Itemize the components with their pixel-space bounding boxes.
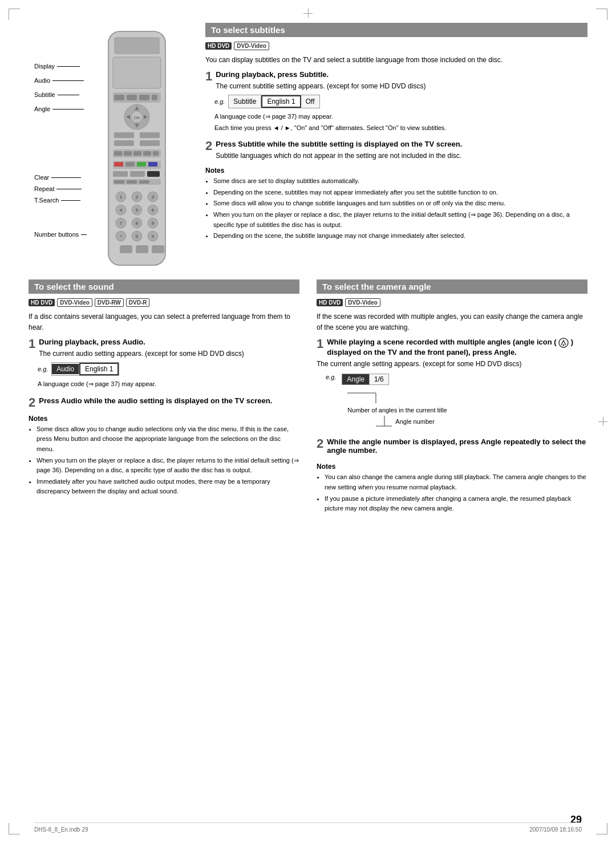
- svg-text:2: 2: [136, 194, 139, 200]
- subtitles-header: To select subtitles: [205, 23, 587, 37]
- display-subtitle-label: Subtitle: [229, 96, 261, 107]
- footer: DHS-8_8_En.indb 29 2007/10/09 18:16:50: [34, 822, 582, 833]
- svg-text:9: 9: [152, 221, 155, 226]
- subtitles-note-1: Some discs are set to display subtitles …: [213, 176, 587, 187]
- badge-dvdvideo-camera: DVD-Video: [345, 298, 380, 307]
- svg-rect-21: [124, 151, 132, 156]
- footer-right: 2007/10/09 18:16:50: [529, 826, 582, 833]
- badge-dvdvideo-subtitles: DVD-Video: [234, 42, 269, 50]
- display-subtitle-lang: English 1: [261, 95, 301, 108]
- audio-label: Audio: [34, 77, 84, 84]
- subtitles-note-4: When you turn on the player or replace a…: [213, 210, 587, 230]
- subtitle-label: Subtitle: [34, 91, 79, 98]
- svg-rect-18: [140, 140, 160, 146]
- camera-note-1: You can also change the camera angle dur…: [325, 472, 587, 492]
- subtitles-note-3: Some discs will allow you to change subt…: [213, 198, 587, 209]
- subtitles-note-2: Depending on the scene, subtitles may no…: [213, 188, 587, 198]
- svg-rect-5: [127, 95, 137, 100]
- annotation-title-count: [347, 387, 447, 406]
- sound-note-2: When you turn on the player or replace a…: [37, 456, 299, 476]
- sound-header: To select the sound: [29, 279, 299, 294]
- svg-text:0: 0: [136, 234, 139, 239]
- sound-note1: A language code (⇒ page 37) may appear.: [38, 379, 299, 389]
- subtitle-display: Subtitle English 1 Off: [228, 95, 319, 108]
- annotation-angle-number: Angle number: [376, 416, 435, 427]
- step2-title: Press Subtitle while the subtitle settin…: [205, 140, 587, 148]
- sound-note-3: Immediately after you have switched audi…: [37, 477, 299, 497]
- subtitles-notes-list: Some discs are set to display subtitles …: [213, 176, 587, 241]
- svg-rect-20: [114, 151, 122, 156]
- angle-icon: [558, 338, 569, 348]
- step1-title: During playback, press Subtitle.: [205, 70, 587, 79]
- svg-rect-6: [139, 95, 149, 100]
- annotation-text-angle: Angle number: [395, 418, 435, 425]
- subtitles-step1: 1 During playback, press Subtitle. The c…: [205, 70, 587, 134]
- step1-body: The current subtitle setting appears. (e…: [205, 81, 587, 91]
- display-label: Display: [34, 63, 80, 70]
- svg-text:8: 8: [136, 221, 139, 226]
- svg-rect-27: [125, 162, 135, 167]
- subtitles-section: To select subtitles HD DVD DVD-Video You…: [205, 23, 587, 268]
- svg-rect-4: [114, 95, 124, 100]
- svg-rect-1: [114, 37, 160, 54]
- camera-step1-number: 1: [317, 338, 323, 350]
- svg-rect-16: [140, 132, 160, 138]
- eg-label-camera: e.g.: [326, 374, 336, 380]
- angle-label: Angle: [34, 106, 84, 112]
- top-section: Display Audio Subtitle Angle: [29, 23, 587, 268]
- svg-rect-30: [113, 171, 128, 177]
- svg-text:#: #: [152, 234, 155, 239]
- svg-rect-36: [139, 180, 149, 184]
- svg-rect-7: [152, 95, 157, 100]
- svg-text:*: *: [120, 234, 121, 239]
- sound-step1-body: The current audio setting appears. (exce…: [29, 348, 299, 359]
- angle-annotations: Number of angles in the current title: [347, 387, 447, 414]
- sound-notes-list: Some discs allow you to change audio sel…: [37, 424, 299, 497]
- angle-display-label: Angle: [342, 374, 370, 384]
- sound-step1: 1 During playback, press Audio. The curr…: [29, 338, 299, 391]
- annotation-line2: [376, 416, 393, 427]
- sound-intro: If a disc contains several languages, yo…: [29, 311, 299, 333]
- sound-step1-number: 1: [29, 338, 35, 350]
- tsearch-label: T.Search: [34, 197, 80, 204]
- svg-text:5: 5: [136, 208, 139, 213]
- badge-hddvd-subtitles: HD DVD: [205, 42, 232, 50]
- camera-step2-number: 2: [317, 437, 323, 450]
- camera-step2-title: While the angle number is displayed, pre…: [317, 437, 587, 455]
- remote-svg: OK: [91, 29, 183, 268]
- camera-badges: HD DVD DVD-Video: [317, 298, 587, 307]
- repeat-label: Repeat: [34, 185, 82, 192]
- svg-rect-35: [127, 180, 137, 184]
- badge-hddvd-sound: HD DVD: [29, 299, 55, 306]
- annotation-line1: [347, 387, 382, 404]
- annotation-text-count: Number of angles in the current title: [347, 407, 447, 414]
- camera-intro: If the scene was recorded with multiple …: [317, 311, 587, 333]
- sound-note-1: Some discs allow you to change audio sel…: [37, 424, 299, 455]
- eg-label-sound: e.g.: [38, 366, 48, 372]
- display-audio-label: Audio: [52, 364, 79, 374]
- sound-badges: HD DVD DVD-Video DVD-RW DVD-R: [29, 298, 299, 307]
- badge-dvdr-sound: DVD-R: [126, 298, 150, 307]
- clear-label: Clear: [34, 174, 81, 181]
- sound-step2: 2 Press Audio while the audio setting is…: [29, 396, 299, 409]
- subtitle-note1: A language code (⇒ page 37) may appear.: [214, 112, 587, 121]
- sound-section: To select the sound HD DVD DVD-Video DVD…: [29, 279, 299, 515]
- camera-note-2: If you pause a picture immediately after…: [325, 494, 587, 514]
- step2-number: 2: [205, 140, 212, 152]
- svg-rect-61: [120, 245, 132, 253]
- camera-section: To select the camera angle HD DVD DVD-Vi…: [317, 279, 587, 515]
- badge-hddvd-camera: HD DVD: [317, 299, 343, 306]
- footer-left: DHS-8_8_En.indb 29: [34, 826, 88, 833]
- badge-dvdvideo-sound: DVD-Video: [57, 298, 92, 307]
- subtitles-notes-title: Notes: [205, 167, 587, 175]
- sound-step2-title: Press Audio while the audio setting is d…: [29, 396, 299, 405]
- subtitles-badges: HD DVD DVD-Video: [205, 42, 587, 50]
- camera-eg: e.g. Angle 1/6: [326, 374, 587, 427]
- step2-body: Subtitle languages which do not appear i…: [205, 151, 587, 161]
- svg-rect-24: [153, 151, 159, 156]
- camera-step2: 2 While the angle number is displayed, p…: [317, 437, 587, 457]
- svg-text:6: 6: [152, 208, 155, 213]
- step1-number: 1: [205, 70, 212, 83]
- bottom-section: To select the sound HD DVD DVD-Video DVD…: [29, 279, 587, 515]
- svg-text:OK: OK: [133, 115, 140, 120]
